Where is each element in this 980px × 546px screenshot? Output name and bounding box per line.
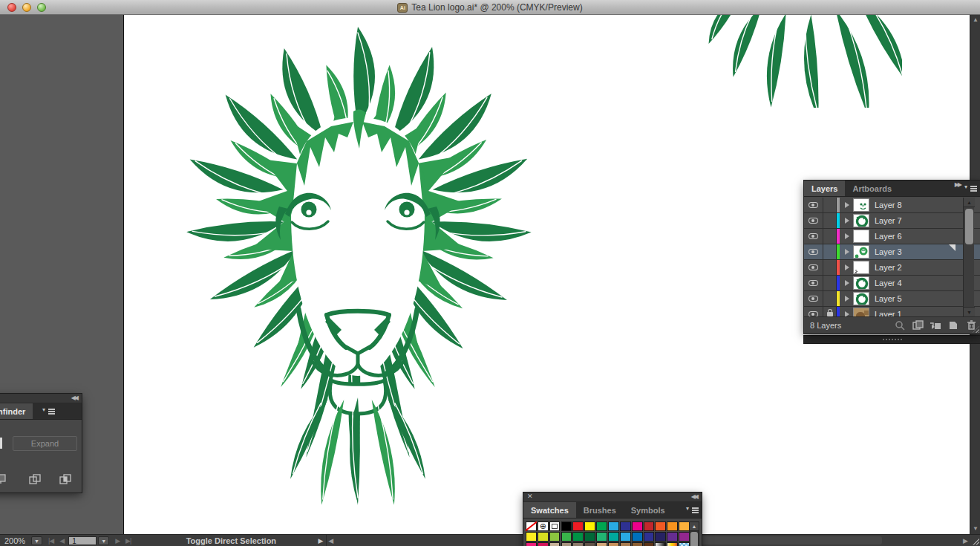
visibility-toggle[interactable]	[804, 307, 823, 316]
zoom-level[interactable]: 200%	[4, 536, 31, 545]
swatch-color[interactable]	[572, 521, 584, 531]
collapse-to-icons-icon[interactable]: ◀◀	[691, 493, 697, 500]
layer-name[interactable]: Layer 1	[875, 310, 961, 316]
expand-button[interactable]: Expand	[13, 436, 77, 451]
swatch-color[interactable]	[632, 521, 643, 531]
layer-row[interactable]: Layer 4	[804, 276, 980, 291]
swatch-color[interactable]	[632, 542, 643, 546]
layer-row[interactable]: Layer 6	[804, 229, 980, 244]
swatch-pattern[interactable]	[679, 542, 690, 546]
layer-thumbnail[interactable]	[853, 245, 869, 259]
layer-name[interactable]: Layer 5	[875, 294, 961, 303]
layer-row[interactable]: Layer 7	[804, 213, 980, 229]
first-artboard-icon[interactable]: |◀	[48, 537, 53, 545]
panel-menu-icon[interactable]	[687, 506, 699, 515]
swatch-color[interactable]	[584, 532, 595, 542]
swatches-scrollbar[interactable]: ▲	[689, 521, 699, 546]
visibility-toggle[interactable]	[804, 229, 823, 244]
layer-name[interactable]: Layer 2	[875, 263, 961, 272]
swatch-color[interactable]	[608, 521, 619, 531]
create-new-layer-icon[interactable]	[944, 319, 962, 332]
title-bar[interactable]: Ai Tea Lion logo.ai* @ 200% (CMYK/Previe…	[0, 0, 980, 15]
layer-thumbnail[interactable]	[853, 308, 869, 316]
layer-row[interactable]: Layer 8	[804, 198, 980, 213]
swatch-color[interactable]	[655, 521, 666, 531]
swatches-scroll-thumb[interactable]	[690, 532, 698, 546]
tab-swatches[interactable]: Swatches	[523, 502, 576, 518]
swatch-color[interactable]	[561, 542, 572, 546]
scroll-up-arrow-icon[interactable]: ▲	[971, 16, 980, 23]
scroll-right-arrow-icon[interactable]: ▶	[963, 537, 968, 545]
layer-name[interactable]: Layer 8	[875, 201, 961, 209]
layer-thumbnail[interactable]	[853, 276, 869, 290]
layer-thumbnail[interactable]	[853, 261, 869, 274]
swatch-color[interactable]	[620, 521, 631, 531]
collapse-to-icons-icon[interactable]: ▶▶	[955, 181, 961, 188]
swatch-color[interactable]	[538, 532, 549, 542]
swatches-header[interactable]: ✕ ◀◀	[523, 493, 702, 502]
expand-layer[interactable]	[841, 249, 853, 255]
swatch-white[interactable]	[549, 521, 561, 531]
swatch-color[interactable]	[561, 532, 572, 542]
lock-toggle[interactable]	[823, 307, 837, 316]
swatch-gradient[interactable]	[655, 542, 666, 546]
next-artboard-icon[interactable]: ▶	[115, 537, 120, 545]
expand-layer[interactable]	[841, 202, 853, 208]
lock-toggle[interactable]	[823, 276, 837, 290]
swatch-color[interactable]	[655, 532, 666, 542]
swatch-color[interactable]	[632, 532, 643, 542]
layer-thumbnail[interactable]	[853, 214, 869, 227]
expand-layer[interactable]	[841, 218, 853, 224]
panel-drag-handle[interactable]	[804, 336, 980, 343]
pathfinder-mode-2-icon[interactable]	[26, 471, 43, 487]
tab-brushes[interactable]: Brushes	[576, 502, 624, 518]
swatch-color[interactable]	[620, 542, 631, 546]
swatch-color[interactable]	[549, 532, 561, 542]
expand-layer[interactable]	[841, 280, 853, 286]
expand-layer[interactable]	[841, 264, 853, 270]
swatch-color[interactable]	[561, 521, 572, 531]
tab-symbols[interactable]: Symbols	[624, 502, 673, 518]
collapse-to-icons-icon[interactable]: ◀◀	[71, 394, 77, 401]
layer-row[interactable]: Layer 5	[804, 291, 980, 307]
layer-thumbnail[interactable]	[853, 198, 869, 212]
swatch-color[interactable]	[572, 532, 584, 542]
swatch-color[interactable]	[667, 521, 678, 531]
last-artboard-icon[interactable]: ▶|	[125, 537, 131, 545]
swatch-none[interactable]	[526, 521, 537, 531]
visibility-toggle[interactable]	[804, 244, 823, 259]
panel-menu-icon[interactable]	[965, 184, 977, 193]
swatch-color[interactable]	[644, 542, 655, 546]
swatch-color[interactable]	[549, 542, 561, 546]
swatch-color[interactable]	[667, 532, 678, 542]
panel-menu-icon[interactable]	[43, 407, 55, 416]
previous-artboard-icon[interactable]: ◀	[59, 537, 64, 545]
visibility-toggle[interactable]	[804, 291, 823, 306]
lock-toggle[interactable]	[823, 260, 837, 275]
scroll-down-arrow-icon[interactable]: ▼	[971, 525, 980, 532]
layer-thumbnail[interactable]	[853, 230, 869, 243]
artboard-number-field[interactable]: 1	[68, 536, 97, 545]
lock-toggle[interactable]	[823, 198, 837, 212]
layer-thumbnail[interactable]	[853, 292, 869, 305]
pathfinder-header[interactable]: ◀◀	[0, 394, 82, 403]
swatch-color[interactable]	[679, 532, 690, 542]
swatch-color[interactable]	[679, 521, 690, 531]
swatch-color[interactable]	[572, 542, 584, 546]
swatch-color[interactable]	[526, 542, 537, 546]
layer-name[interactable]: Layer 6	[875, 232, 961, 241]
lock-toggle[interactable]	[823, 291, 837, 306]
layer-row[interactable]: Layer 2	[804, 260, 980, 276]
visibility-toggle[interactable]	[804, 198, 823, 212]
swatch-gradient[interactable]	[667, 542, 678, 546]
swatch-color[interactable]	[584, 542, 595, 546]
swatch-color[interactable]	[644, 532, 655, 542]
swatch-color[interactable]	[526, 532, 537, 542]
tab-layers[interactable]: Layers	[804, 181, 845, 196]
layers-scrollbar[interactable]: ▲ ▼	[963, 198, 974, 316]
locate-object-icon[interactable]	[891, 319, 909, 332]
tab-pathfinder[interactable]: Pathfinder	[0, 403, 33, 419]
layers-scroll-up-icon[interactable]: ▲	[964, 198, 975, 207]
swatch-color[interactable]	[584, 521, 595, 531]
swatch-color[interactable]	[608, 542, 619, 546]
